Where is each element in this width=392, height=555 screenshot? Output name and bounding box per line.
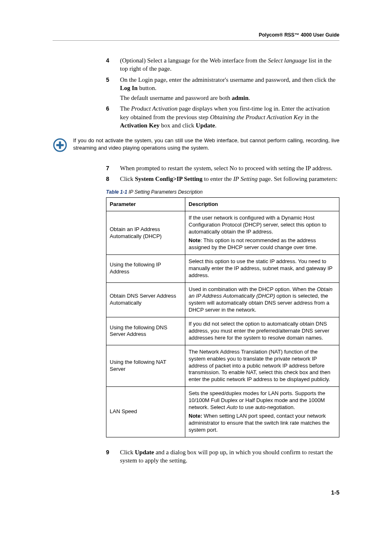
desc-cell: Select this option to use the static IP …	[185, 254, 339, 282]
header-title: Polycom® RSS™ 4000 User Guide	[53, 32, 339, 41]
desc-cell: Used in combination with the DHCP option…	[185, 282, 339, 317]
table-header-row: Parameter Description	[106, 197, 339, 211]
param-cell: Using the following DNS Server Address	[106, 317, 185, 345]
page-number: 1-5	[53, 489, 339, 496]
step-number: 6	[106, 104, 120, 130]
ip-setting-table: Parameter Description Obtain an IP Addre…	[106, 197, 339, 437]
step-text: Click System Config>IP Setting to enter …	[120, 175, 339, 183]
param-cell: Obtain an IP Address Automatically (DHCP…	[106, 211, 185, 254]
col-description: Description	[185, 197, 339, 211]
step-5: 5 On the Login page, enter the administr…	[106, 76, 339, 102]
step-number: 9	[106, 448, 120, 465]
table-row: Using the following IP Address Select th…	[106, 254, 339, 282]
step-6: 6 The Product Activation page displays w…	[106, 104, 339, 130]
content-block-1: 4 (Optional) Select a language for the W…	[106, 56, 339, 130]
table-row: Obtain DNS Server Address Automatically …	[106, 282, 339, 317]
step-8: 8 Click System Config>IP Setting to ente…	[106, 175, 339, 183]
step-number: 8	[106, 175, 120, 183]
note-block: If you do not activate the system, you c…	[53, 137, 339, 154]
step-text: (Optional) Select a language for the Web…	[120, 56, 339, 73]
step-text: When prompted to restart the system, sel…	[120, 164, 339, 172]
step-number: 7	[106, 164, 120, 172]
param-cell: Obtain DNS Server Address Automatically	[106, 282, 185, 317]
step-text: On the Login page, enter the administrat…	[120, 76, 339, 102]
step-number: 4	[106, 56, 120, 73]
note-plus-icon	[53, 138, 67, 154]
table-row: LAN Speed Sets the speed/duplex modes fo…	[106, 387, 339, 437]
param-cell: Using the following NAT Server	[106, 345, 185, 386]
caption-label: Table 1-1	[106, 189, 127, 195]
step-4: 4 (Optional) Select a language for the W…	[106, 56, 339, 73]
param-cell: LAN Speed	[106, 387, 185, 437]
content-block-2: 7 When prompted to restart the system, s…	[106, 164, 339, 465]
note-text: If you do not activate the system, you c…	[73, 137, 339, 151]
table-row: Using the following NAT Server The Netwo…	[106, 345, 339, 386]
desc-cell: The Network Address Translation (NAT) fu…	[185, 345, 339, 386]
step-9: 9 Click Update and a dialog box will pop…	[106, 448, 339, 465]
step-number: 5	[106, 76, 120, 102]
caption-title: IP Setting Parameters Description	[127, 189, 203, 195]
step-text: Click Update and a dialog box will pop u…	[120, 448, 339, 465]
step-7: 7 When prompted to restart the system, s…	[106, 164, 339, 172]
table-caption: Table 1-1 IP Setting Parameters Descript…	[106, 189, 339, 195]
step-subtext: The default username and password are bo…	[120, 94, 339, 102]
table-row: Using the following DNS Server Address I…	[106, 317, 339, 345]
svg-rect-2	[56, 144, 64, 146]
col-parameter: Parameter	[106, 197, 185, 211]
param-cell: Using the following IP Address	[106, 254, 185, 282]
desc-cell: Sets the speed/duplex modes for LAN port…	[185, 387, 339, 437]
table-row: Obtain an IP Address Automatically (DHCP…	[106, 211, 339, 254]
document-page: Polycom® RSS™ 4000 User Guide 4 (Optiona…	[0, 0, 392, 520]
desc-cell: If you did not select the option to auto…	[185, 317, 339, 345]
step-text: The Product Activation page displays whe…	[120, 104, 339, 130]
desc-cell: If the user network is configured with a…	[185, 211, 339, 254]
